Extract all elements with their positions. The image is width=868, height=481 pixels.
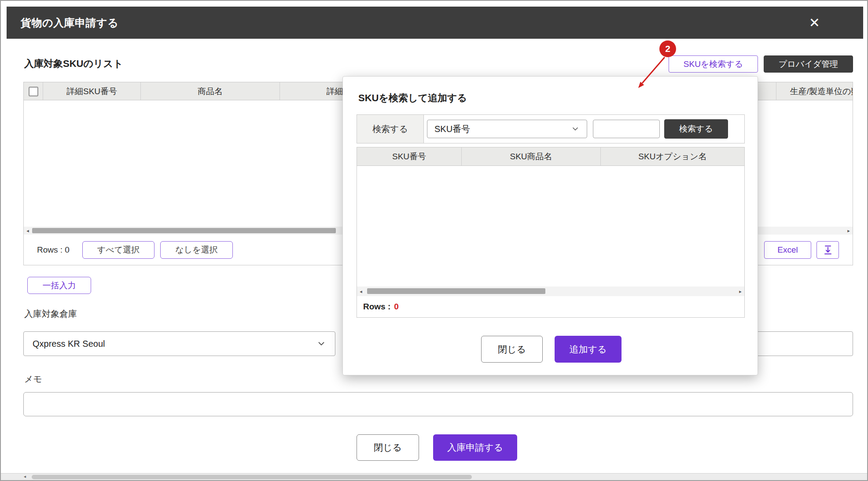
warehouse-select[interactable]: Qxpress KR Seoul [23,331,335,356]
column-header-sku-option-name: SKUオプション名 [601,147,744,166]
scroll-left-icon[interactable]: ◂ [24,474,26,479]
inbound-request-modal: 貨物の入庫申請する ✕ 入庫対象SKUのリスト SKUを検索する プロバイダ管理… [0,0,868,481]
secondary-field[interactable] [745,331,853,356]
modal-titlebar: 貨物の入庫申請する ✕ [7,7,863,39]
popup-close-button[interactable]: 閉じる [481,336,543,363]
rows-count-label: Rows : [363,302,390,312]
popup-add-button[interactable]: 追加する [555,336,622,363]
chevron-down-icon [316,339,326,349]
column-header-sku-number: SKU番号 [357,147,462,166]
window-bottom-scrollbar[interactable]: ◂ [1,473,867,480]
scrollbar-thumb[interactable] [32,475,472,479]
popup-horizontal-scrollbar[interactable]: ◂ ▸ [357,286,744,296]
popup-rows-count: Rows : 0 [357,296,744,317]
memo-input[interactable] [23,392,853,416]
scrollbar-thumb[interactable] [367,288,545,294]
checkbox-header-cell [24,82,43,100]
column-header-product-name: 商品名 [141,82,280,100]
section-title: 入庫対象SKUのリスト [24,57,123,70]
select-none-button[interactable]: なしを選択 [160,241,233,259]
search-type-value: SKU番号 [434,123,470,135]
scroll-left-icon[interactable]: ◂ [24,227,32,235]
excel-export-button[interactable]: Excel [764,241,811,259]
annotation-arrow-icon [632,55,669,95]
rows-count-label: Rows : 0 [37,235,70,265]
popup-table-header-row: SKU番号 SKU商品名 SKUオプション名 [357,147,744,166]
scrollbar-track[interactable] [365,286,736,296]
chevron-down-icon [571,125,580,133]
popup-table-body-empty [357,166,744,286]
column-header-production-unit: 生産/製造単位の数 [776,82,853,100]
inbound-request-submit-button[interactable]: 入庫申請する [433,434,517,461]
memo-label: メモ [24,373,42,385]
modal-close-button[interactable]: 閉じる [357,434,419,461]
popup-result-table: SKU番号 SKU商品名 SKUオプション名 ◂ ▸ Rows : 0 [357,147,745,318]
column-header-sku-product-name: SKU商品名 [462,147,601,166]
close-icon[interactable]: ✕ [809,7,820,39]
scroll-right-icon[interactable]: ▸ [845,227,853,235]
popup-search-label: 検索する [357,115,424,143]
popup-title: SKUを検索して追加する [358,92,467,105]
select-all-button[interactable]: すべて選択 [82,241,154,259]
bulk-input-button[interactable]: 一括入力 [27,277,91,294]
download-icon [823,245,833,255]
column-header-sku-number: 詳細SKU番号 [43,82,141,100]
scrollbar-thumb[interactable] [32,228,336,233]
select-all-checkbox[interactable] [29,87,38,96]
search-keyword-input[interactable] [593,120,660,138]
popup-search-bar: 検索する SKU番号 検索する [357,114,745,143]
scroll-left-icon[interactable]: ◂ [357,286,365,296]
provider-management-button[interactable]: プロバイダ管理 [764,55,853,73]
modal-title: 貨物の入庫申請する [21,16,118,30]
warehouse-label: 入庫対象倉庫 [24,308,77,320]
rows-count-value: 0 [394,302,399,312]
search-sku-button[interactable]: SKUを検索する [669,55,758,73]
search-type-select[interactable]: SKU番号 [427,120,587,138]
download-template-button[interactable] [817,241,839,259]
sku-search-popup: SKUを検索して追加する 検索する SKU番号 検索する SKU番号 SKU商品… [342,76,758,375]
scroll-right-icon[interactable]: ▸ [736,286,744,296]
popup-search-button[interactable]: 検索する [664,119,728,139]
warehouse-select-value: Qxpress KR Seoul [33,339,105,349]
